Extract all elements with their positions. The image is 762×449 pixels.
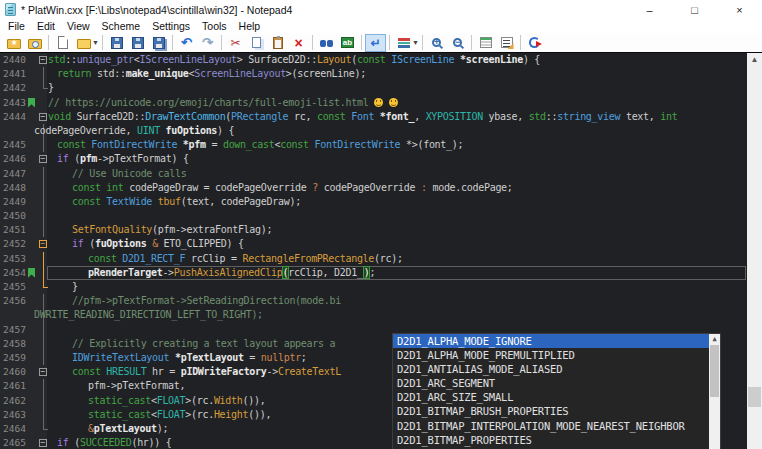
code-line-2448[interactable]: 2448const int codePageDraw = codePageOve… — [0, 181, 747, 195]
marker-margin[interactable] — [26, 223, 47, 237]
marker-margin[interactable]: − — [26, 436, 47, 449]
autocomplete-item[interactable]: D2D1_ALPHA_MODE_IGNORE — [393, 334, 709, 348]
save-button[interactable] — [106, 34, 127, 52]
replace-button[interactable]: ab — [337, 34, 358, 52]
menu-item-tools[interactable]: Tools — [196, 19, 233, 33]
marker-margin[interactable]: − — [26, 365, 47, 379]
autocomplete-item[interactable]: D2D1_BITMAP_INTERPOLATION_MODE_NEAREST_N… — [393, 419, 709, 433]
marker-margin[interactable] — [26, 96, 47, 110]
code-line-2443[interactable]: 2443// https://unicode.org/emoji/charts/… — [0, 96, 747, 110]
code-line-2455[interactable]: 2455} — [0, 280, 747, 294]
code-line-2454[interactable]: 2454pRenderTarget->PushAxisAlignedClip(r… — [0, 266, 747, 280]
open-file-button[interactable] — [73, 34, 94, 52]
menu-item-scheme[interactable]: Scheme — [96, 19, 147, 33]
code-line-2449[interactable]: 2449const TextWide tbuf(text, codePageDr… — [0, 195, 747, 209]
autocomplete-item[interactable]: D2D1_ARC_SEGMENT — [393, 376, 709, 390]
marker-margin[interactable] — [26, 408, 47, 422]
marker-margin[interactable] — [26, 252, 47, 266]
word-wrap-button[interactable]: ↵ — [365, 34, 386, 52]
marker-margin[interactable] — [26, 67, 47, 81]
fold-collapse-icon[interactable]: − — [39, 439, 47, 447]
autocomplete-list[interactable]: D2D1_ALPHA_MODE_IGNORED2D1_ALPHA_MODE_PR… — [393, 334, 709, 449]
menu-item-file[interactable]: File — [2, 19, 31, 33]
modify-lines-button[interactable] — [475, 34, 496, 52]
maximize-button[interactable]: □ — [672, 0, 717, 19]
marker-margin[interactable]: − — [26, 110, 47, 124]
code-line-2442[interactable]: 2442} — [0, 81, 747, 95]
marker-margin[interactable] — [26, 181, 47, 195]
editor-scroll-thumb[interactable] — [748, 387, 761, 407]
save-all-button[interactable] — [148, 34, 169, 52]
menu-item-settings[interactable]: Settings — [146, 19, 196, 33]
favorites-button[interactable] — [3, 34, 24, 52]
marker-margin[interactable] — [26, 280, 47, 294]
minimize-button[interactable]: – — [627, 0, 672, 19]
autocomplete-item[interactable]: D2D1_ARC_SIZE_SMALL — [393, 390, 709, 404]
menu-item-view[interactable]: View — [61, 19, 96, 33]
code-style-button[interactable] — [496, 34, 517, 52]
browse-files-button[interactable] — [24, 34, 45, 52]
delete-button[interactable]: × — [288, 34, 309, 52]
autocomplete-item[interactable]: D2D1_BITMAP_BRUSH_PROPERTIES — [393, 404, 709, 418]
copy-button[interactable] — [246, 34, 267, 52]
code-line-2451[interactable]: 2451SetFontQuality(pfm->extraFontFlag); — [0, 223, 747, 237]
redo-button[interactable]: ↷ — [197, 34, 218, 52]
autocomplete-item[interactable]: D2D1_ALPHA_MODE_PREMULTIPLIED — [393, 348, 709, 362]
marker-margin[interactable] — [26, 266, 47, 280]
paste-button[interactable] — [267, 34, 288, 52]
marker-margin[interactable] — [26, 294, 47, 308]
code-line-2440[interactable]: 2440−std::unique_ptr<IScreenLineLayout> … — [0, 53, 747, 67]
autocomplete-scrollbar[interactable]: ▲ — [709, 334, 720, 449]
code-line-wrap[interactable]: codePageOverride, UINT fuOptions) { — [0, 124, 747, 138]
code-line-2450[interactable]: 2450 — [0, 209, 747, 223]
editor-scrollbar[interactable]: ▲ — [747, 53, 762, 449]
marker-margin[interactable] — [26, 394, 47, 408]
code-line-2447[interactable]: 2447// Use Unicode calls — [0, 167, 747, 181]
find-button[interactable] — [316, 34, 337, 52]
zoom-out-button[interactable]: − — [447, 34, 468, 52]
fold-collapse-icon[interactable]: − — [39, 368, 47, 376]
marker-margin[interactable] — [26, 167, 47, 181]
code-line-2444[interactable]: 2444−void SurfaceD2D::DrawTextCommon(PRe… — [0, 110, 747, 124]
marker-margin[interactable]: − — [26, 53, 47, 67]
zoom-in-button[interactable]: + — [426, 34, 447, 52]
marker-margin[interactable] — [26, 379, 47, 393]
code-line-2445[interactable]: 2445const FontDirectWrite *pfm = down_ca… — [0, 138, 747, 152]
marker-margin[interactable]: − — [26, 237, 47, 251]
autocomplete-item[interactable]: D2D1_BITMAP_PROPERTIES — [393, 433, 709, 447]
marker-margin[interactable]: − — [26, 152, 47, 166]
close-button[interactable]: × — [717, 0, 762, 19]
menu-item-edit[interactable]: Edit — [31, 19, 61, 33]
marker-margin[interactable] — [26, 323, 47, 337]
autocomplete-scroll-thumb[interactable] — [710, 345, 719, 397]
marker-margin[interactable] — [26, 337, 47, 351]
marker-margin[interactable] — [26, 422, 47, 436]
marker-margin[interactable] — [26, 351, 47, 365]
marker-margin[interactable] — [26, 195, 47, 209]
select-scheme-button[interactable] — [393, 34, 414, 52]
code-line-wrap[interactable]: DWRITE_READING_DIRECTION_LEFT_TO_RIGHT); — [0, 308, 747, 322]
code-line-2452[interactable]: 2452−if (fuOptions & ETO_CLIPPED) { — [0, 237, 747, 251]
autocomplete-item[interactable]: D2D1_ANTIALIAS_MODE_ALIASED — [393, 362, 709, 376]
fold-collapse-icon[interactable]: − — [39, 56, 47, 64]
marker-margin[interactable] — [26, 209, 47, 223]
fold-collapse-icon[interactable]: − — [39, 155, 47, 163]
menu-item-help[interactable]: Help — [233, 19, 267, 33]
code-editor[interactable]: 2440−std::unique_ptr<IScreenLineLayout> … — [0, 53, 762, 449]
cut-button[interactable]: ✂ — [225, 34, 246, 52]
marker-margin[interactable] — [26, 138, 47, 152]
new-file-button[interactable] — [52, 34, 73, 52]
code-line-2453[interactable]: 2453const D2D1_RECT_F rcClip = Rectangle… — [0, 252, 747, 266]
title-bar[interactable]: * PlatWin.cxx [F:\Libs\notepad4\scintill… — [0, 0, 762, 19]
code-line-2446[interactable]: 2446−if (pfm->pTextFormat) { — [0, 152, 747, 166]
code-line-2441[interactable]: 2441return std::make_unique<ScreenLineLa… — [0, 67, 747, 81]
undo-button[interactable]: ↶ — [176, 34, 197, 52]
code-line-2456[interactable]: 2456//pfm->pTextFormat->SetReadingDirect… — [0, 294, 747, 308]
marker-margin[interactable] — [26, 81, 47, 95]
fold-collapse-icon[interactable]: − — [39, 240, 47, 248]
fold-collapse-icon[interactable]: − — [39, 113, 47, 121]
scroll-up-icon[interactable]: ▲ — [709, 334, 720, 344]
save-as-button[interactable] — [127, 34, 148, 52]
exit-button[interactable] — [524, 34, 545, 52]
scroll-up-icon[interactable]: ▲ — [747, 55, 762, 64]
